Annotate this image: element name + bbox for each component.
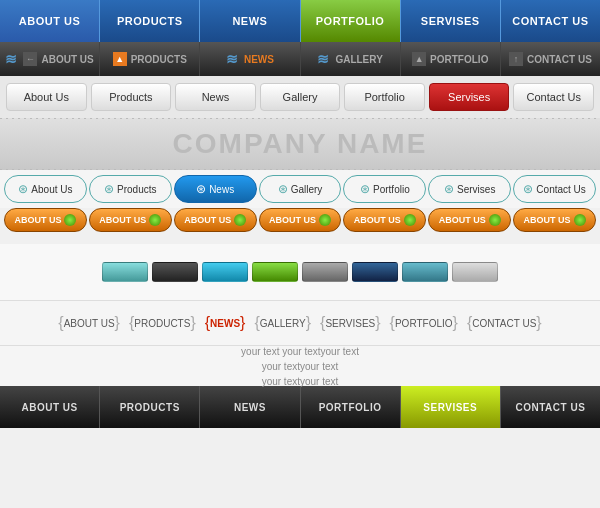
palette-btn-teal[interactable] [102,262,148,282]
sample-text: your text your textyour textyour textyou… [241,344,359,389]
nav-row-1: ABOUT USPRODUCTSNEWSPORTFOLIOSERVISESCON… [0,0,600,42]
nav3-btn-servises[interactable]: Servises [429,83,510,111]
nav-row-6: ABOUT USABOUT USABOUT USABOUT USABOUT US… [0,208,600,244]
arrow-icon: ▲ [412,52,426,66]
nav-item-products[interactable]: PRODUCTS [100,0,200,42]
brk-label: ABOUT US [64,318,115,329]
spiral-icon: ⊛ [360,182,370,196]
nav5-label: Contact Us [536,184,585,195]
nav2-label: GALLERY [335,54,382,65]
spiral-icon: ⊛ [104,182,114,196]
nav2-item-3[interactable]: ≋GALLERY [301,42,401,76]
right-bracket: } [190,314,195,332]
nav3-btn-portfolio[interactable]: Portfolio [344,83,425,111]
palette-btn-teal2[interactable] [402,262,448,282]
right-bracket: } [536,314,541,332]
palette-btn-green[interactable] [252,262,298,282]
nav-row-5: ⊛About Us⊛Products⊛News⊛Gallery⊛Portfoli… [0,170,600,208]
chain-btn-4[interactable]: ABOUT US [343,208,426,232]
nav5-btn-contact-us[interactable]: ⊛Contact Us [513,175,596,203]
nav3-btn-contact-us[interactable]: Contact Us [513,83,594,111]
nav5-label: Products [117,184,156,195]
nav5-btn-products[interactable]: ⊛Products [89,175,172,203]
nav10-item-contact-us[interactable]: CONTACT US [501,386,600,428]
chain-btn-5[interactable]: ABOUT US [428,208,511,232]
brk-item-portfolio[interactable]: { PORTFOLIO } [386,314,462,332]
sample-line: your text your textyour text [241,344,359,359]
nav3-btn-news[interactable]: News [175,83,256,111]
nav-item-portfolio[interactable]: PORTFOLIO [301,0,401,42]
nav2-item-0[interactable]: ≋←ABOUT US [0,42,100,76]
brk-item-contact-us[interactable]: { CONTACT US } [463,314,546,332]
nav10-item-about-us[interactable]: ABOUT US [0,386,100,428]
nav-row-2: ≋←ABOUT US▲PRODUCTS≋NEWS≋GALLERY▲PORTFOL… [0,42,600,76]
chain-btn-6[interactable]: ABOUT US [513,208,596,232]
green-dot-icon [149,214,161,226]
spiral-icon: ⊛ [523,182,533,196]
company-name: COMPANY NAME [173,128,428,160]
nav-item-contact-us[interactable]: CONTACT US [501,0,600,42]
brk-item-servises[interactable]: { SERVISES } [316,314,385,332]
palette-btn-lg[interactable] [452,262,498,282]
green-dot-icon [64,214,76,226]
palette-btn-dark[interactable] [152,262,198,282]
nav2-item-5[interactable]: ↑CONTACT US [501,42,600,76]
nav2-label: ABOUT US [41,54,93,65]
brk-label: GALLERY [260,318,306,329]
palette-btn-gray[interactable] [302,262,348,282]
brk-label: PORTFOLIO [395,318,453,329]
green-dot-icon [574,214,586,226]
brk-item-about-us[interactable]: { ABOUT US } [54,314,124,332]
arrow-icon: ▲ [113,52,127,66]
nav3-btn-about-us[interactable]: About Us [6,83,87,111]
nav10-item-portfolio[interactable]: PORTFOLIO [301,386,401,428]
tilde-icon: ≋ [226,51,238,67]
nav2-item-4[interactable]: ▲PORTFOLIO [401,42,501,76]
nav-row-8: { ABOUT US }{ PRODUCTS }{ NEWS }{ GALLER… [0,300,600,346]
chain-btn-3[interactable]: ABOUT US [259,208,342,232]
nav3-btn-gallery[interactable]: Gallery [260,83,341,111]
right-bracket: } [115,314,120,332]
brk-label: NEWS [210,318,240,329]
nav10-item-products[interactable]: PRODUCTS [100,386,200,428]
nav5-btn-servises[interactable]: ⊛Servises [428,175,511,203]
brk-label: PRODUCTS [134,318,190,329]
arrow-icon: ← [23,52,37,66]
nav5-btn-news[interactable]: ⊛News [174,175,257,203]
nav5-btn-gallery[interactable]: ⊛Gallery [259,175,342,203]
brk-item-products[interactable]: { PRODUCTS } [125,314,200,332]
chain-btn-0[interactable]: ABOUT US [4,208,87,232]
nav-row-10: ABOUT USPRODUCTSNEWSPORTFOLIOSERVISESCON… [0,386,600,428]
nav-row-3: About UsProductsNewsGalleryPortfolioServ… [0,76,600,118]
nav-item-servises[interactable]: SERVISES [401,0,501,42]
sample-line: your textyour text [241,359,359,374]
nav3-btn-products[interactable]: Products [91,83,172,111]
nav5-btn-about-us[interactable]: ⊛About Us [4,175,87,203]
green-dot-icon [234,214,246,226]
spiral-icon: ⊛ [196,182,206,196]
brk-item-gallery[interactable]: { GALLERY } [250,314,315,332]
nav-item-news[interactable]: NEWS [200,0,300,42]
palette-btn-cyan[interactable] [202,262,248,282]
nav10-item-news[interactable]: NEWS [200,386,300,428]
green-dot-icon [489,214,501,226]
palette-btn-blue-dark[interactable] [352,262,398,282]
brk-item-news[interactable]: { NEWS } [201,314,250,332]
chain-btn-1[interactable]: ABOUT US [89,208,172,232]
nav10-item-servises[interactable]: SERVISES [401,386,501,428]
company-header: COMPANY NAME [0,118,600,170]
nav2-item-2[interactable]: ≋NEWS [200,42,300,76]
nav5-label: News [209,184,234,195]
brk-label: SERVISES [325,318,375,329]
nav5-label: Gallery [291,184,323,195]
nav2-item-1[interactable]: ▲PRODUCTS [100,42,200,76]
nav2-label: NEWS [244,54,274,65]
nav5-label: Portfolio [373,184,410,195]
nav2-label: CONTACT US [527,54,592,65]
nav2-label: PRODUCTS [131,54,187,65]
chain-btn-2[interactable]: ABOUT US [174,208,257,232]
nav2-label: PORTFOLIO [430,54,488,65]
right-bracket: } [375,314,380,332]
nav-item-about-us[interactable]: ABOUT US [0,0,100,42]
nav5-btn-portfolio[interactable]: ⊛Portfolio [343,175,426,203]
